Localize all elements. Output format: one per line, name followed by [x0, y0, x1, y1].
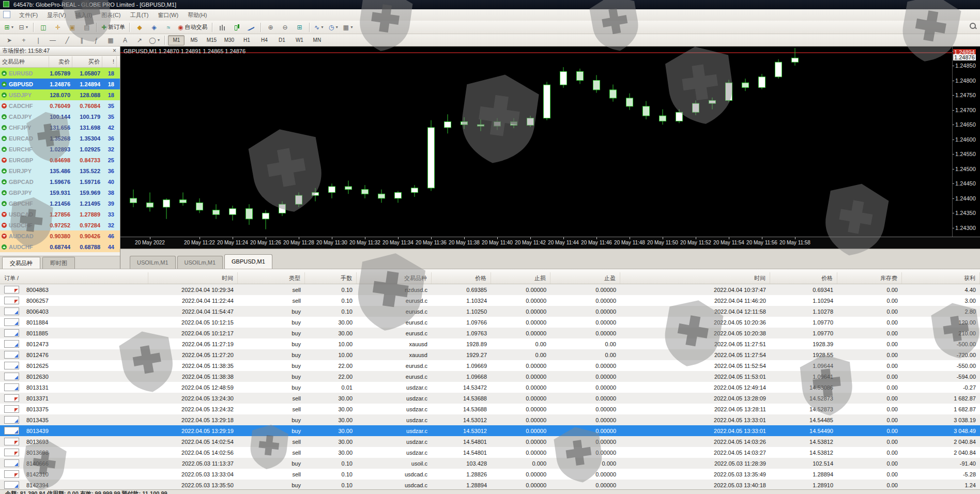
orders-column-header[interactable]: 订单 /	[0, 272, 148, 284]
search-icon[interactable]	[970, 23, 976, 29]
mw-column-header[interactable]: !	[102, 56, 117, 67]
order-row[interactable]: 80124762022.04.05 11:27:20buy10.00xauusd…	[0, 349, 980, 360]
channel-button[interactable]: ∥	[75, 35, 88, 46]
order-row[interactable]: 80062572022.04.04 11:22:44sell0.10eurusd…	[0, 295, 980, 306]
auto-trading-button[interactable]: ◉自动交易	[176, 22, 209, 33]
vertical-line-button[interactable]: |	[32, 35, 45, 46]
market-watch-row[interactable]: AUDCAD0.903800.9042646	[0, 230, 120, 241]
timeframe-d1[interactable]: D1	[273, 35, 290, 45]
chart-tab[interactable]: USOILm,M1	[177, 256, 223, 269]
menu-item[interactable]: 显示(V)	[42, 9, 71, 21]
timeframe-m1[interactable]: M1	[168, 35, 185, 45]
order-row[interactable]: 80133712022.04.05 13:24:30sell30.00usdza…	[0, 393, 980, 404]
orders-column-header[interactable]: 库存费	[837, 272, 902, 284]
menu-item[interactable]: 文件(F)	[14, 9, 42, 21]
periods-button[interactable]: ◷▼	[327, 22, 341, 33]
order-row[interactable]: 80126252022.04.05 11:38:35buy22.00eurusd…	[0, 360, 980, 371]
tile-windows-button[interactable]: ⊞	[293, 22, 307, 33]
metaeditor-button[interactable]: ◆	[133, 22, 146, 33]
orders-column-header[interactable]: 交易品种	[357, 272, 432, 284]
fibonacci-button[interactable]: ƒ	[89, 35, 103, 46]
orders-column-header[interactable]: 类型	[238, 272, 305, 284]
horizontal-line-button[interactable]: —	[46, 35, 59, 46]
order-row[interactable]: 80133752022.04.05 13:24:32sell30.00usdza…	[0, 404, 980, 414]
orders-column-header[interactable]: 手数	[305, 272, 357, 284]
order-row[interactable]: 80126302022.04.05 11:38:38buy22.00eurusd…	[0, 371, 980, 382]
mw-column-header[interactable]: 交易品种	[0, 56, 49, 67]
new-chart-button[interactable]: ⊞▼	[3, 22, 16, 33]
text-button[interactable]: A	[118, 35, 132, 46]
templates-button[interactable]: ▦▼	[342, 22, 355, 33]
signals-button[interactable]: ≈	[162, 22, 175, 33]
market-watch-row[interactable]: EURUSD1.057891.0580718	[0, 68, 120, 79]
close-icon[interactable]: ×	[111, 47, 118, 55]
orders-column-header[interactable]: 价格	[770, 272, 837, 284]
zoom-out-button[interactable]: ⊖	[279, 22, 292, 33]
timeframe-m5[interactable]: M5	[186, 35, 202, 45]
market-watch-row[interactable]: CADJPY100.144100.17935	[0, 111, 120, 122]
timeframe-mn[interactable]: MN	[309, 35, 325, 45]
indicators-button[interactable]: ∿▼	[313, 22, 326, 33]
line-chart-button[interactable]	[244, 22, 258, 33]
profiles-button[interactable]: ⊟▼	[17, 22, 30, 33]
tester-button[interactable]: ▤	[80, 22, 94, 33]
market-watch-row[interactable]: EURGBP0.846980.8473325	[0, 155, 120, 165]
order-row[interactable]: 80136932022.04.05 14:02:54sell30.00usdza…	[0, 436, 980, 447]
new-order-button[interactable]: ✚新订单	[100, 22, 127, 33]
chart-plot-area[interactable]: GBPUSD,M1 1.24870 1.24891 1.24865 1.2487…	[120, 47, 980, 237]
expert-advisors-button[interactable]: ◈	[147, 22, 161, 33]
menu-item[interactable]: 工具(T)	[125, 9, 153, 21]
market-watch-row[interactable]: CADCHF0.760490.7608435	[0, 100, 120, 111]
market-watch-tab[interactable]: 即时图	[42, 257, 75, 269]
market-watch-row[interactable]: GBPJPY159.931159.96938	[0, 187, 120, 198]
menu-item[interactable]: 插入(I)	[71, 9, 97, 21]
bar-chart-button[interactable]	[216, 22, 229, 33]
order-row[interactable]: 80048632022.04.04 10:29:34sell0.10nzdusd…	[0, 284, 980, 295]
mw-column-header[interactable]: 卖价	[49, 56, 72, 67]
market-watch-row[interactable]: EURCAD1.352681.3530436	[0, 133, 120, 144]
market-watch-row[interactable]: EURJPY135.486135.52236	[0, 165, 120, 176]
candlestick-chart-button[interactable]	[230, 22, 243, 33]
menu-item[interactable]: 帮助(H)	[183, 9, 211, 21]
order-row[interactable]: 81406662022.05.03 11:13:37buy0.10usoil.c…	[0, 458, 980, 469]
terminal-button[interactable]: ▣	[66, 22, 79, 33]
grid-button[interactable]: ▦	[104, 35, 117, 46]
market-watch-row[interactable]: GBPUSD1.248761.2489418	[0, 79, 120, 89]
market-watch-row[interactable]: USDCAD1.278561.2788933	[0, 209, 120, 220]
shapes-button[interactable]: ◯▼	[147, 35, 162, 46]
orders-column-header[interactable]: 获利	[902, 272, 980, 284]
order-row[interactable]: 80134392022.04.05 13:29:19buy30.00usdzar…	[0, 425, 980, 436]
order-row[interactable]: 80118852022.04.05 10:12:17buy30.00eurusd…	[0, 328, 980, 338]
orders-column-header[interactable]: 价格	[432, 272, 491, 284]
timeframe-h1[interactable]: H1	[238, 35, 255, 45]
timeframe-m30[interactable]: M30	[221, 35, 237, 45]
market-watch-row[interactable]: GBPCAD1.596761.5971640	[0, 176, 120, 187]
mw-column-header[interactable]: 买价	[72, 56, 102, 67]
market-watch-tab[interactable]: 交易品种	[2, 257, 40, 269]
menu-item[interactable]: 窗口(W)	[153, 9, 183, 21]
timeframe-w1[interactable]: W1	[291, 35, 308, 45]
orders-column-header[interactable]: 止盈	[550, 272, 620, 284]
market-watch-row[interactable]: AUDCHF0.687440.6878844	[0, 241, 120, 252]
order-row[interactable]: 80131312022.04.05 12:48:59buy0.01usdzar.…	[0, 382, 980, 393]
order-row[interactable]: 80136982022.04.05 14:02:56sell30.00usdza…	[0, 447, 980, 458]
market-watch-button[interactable]: ◫	[37, 22, 50, 33]
chart-tab[interactable]: GBPUSD,M1	[224, 254, 272, 269]
market-watch-row[interactable]: GBPCHF1.214561.2149539	[0, 198, 120, 209]
zoom-in-button[interactable]: ⊕	[264, 22, 278, 33]
orders-column-header[interactable]: 止损	[491, 272, 550, 284]
arrows-button[interactable]: ↗	[133, 35, 146, 46]
orders-column-header[interactable]: 时间	[620, 272, 770, 284]
order-row[interactable]: 80134352022.04.05 13:29:18buy30.00usdzar…	[0, 414, 980, 425]
market-watch-row[interactable]: USDCHF0.972520.9728432	[0, 220, 120, 230]
order-row[interactable]: 80064032022.04.04 11:54:47buy0.10eurusd.…	[0, 306, 980, 317]
trendline-button[interactable]: ╱	[60, 35, 74, 46]
chart-tab[interactable]: USOILm,M1	[130, 256, 176, 269]
market-watch-row[interactable]: EURCHF1.028931.0292532	[0, 144, 120, 155]
timeframe-h4[interactable]: H4	[256, 35, 272, 45]
crosshair-button[interactable]: +	[17, 35, 30, 46]
menu-item[interactable]: 图表(C)	[97, 9, 125, 21]
order-row[interactable]: 81423102022.05.03 13:33:04sell0.10usdcad…	[0, 469, 980, 480]
market-watch-row[interactable]: CHFJPY131.656131.69842	[0, 122, 120, 133]
price-axis[interactable]: 1.249001.248501.248001.247501.247001.246…	[952, 47, 980, 237]
